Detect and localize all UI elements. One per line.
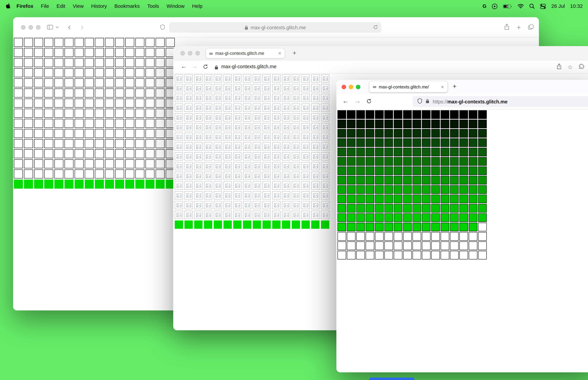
minimize-window-button[interactable] — [349, 85, 353, 89]
menu-tools[interactable]: Tools — [143, 3, 163, 9]
back-button[interactable]: ← — [342, 97, 349, 105]
spotlight-search-icon[interactable] — [529, 3, 535, 9]
apple-menu-icon[interactable] — [5, 2, 11, 10]
share-icon[interactable] — [556, 63, 562, 71]
broken-image-icon — [245, 203, 250, 207]
tab-overview-icon[interactable] — [528, 24, 533, 31]
control-center-icon[interactable] — [540, 3, 546, 9]
webgl-canvas-cell — [224, 143, 232, 151]
webgl-canvas-cell — [338, 185, 346, 194]
webgl-canvas-cell — [366, 120, 374, 128]
webgl-canvas-cell — [194, 74, 203, 82]
share-icon[interactable] — [504, 24, 510, 32]
webgl-canvas-cell — [384, 185, 393, 194]
menu-bookmarks[interactable]: Bookmarks — [111, 3, 143, 9]
menu-bar-time[interactable]: 10:32 — [570, 3, 583, 9]
webgl-canvas-cell — [253, 133, 261, 141]
broken-image-icon — [313, 203, 318, 207]
webgl-canvas-cell — [253, 211, 261, 219]
minimize-window-button[interactable] — [29, 25, 33, 30]
sidebar-toggle-button[interactable] — [47, 25, 59, 30]
extensions-puzzle-icon[interactable] — [579, 64, 584, 71]
chevron-down-icon — [56, 26, 59, 28]
webgl-canvas-cell — [292, 74, 300, 82]
address-bar[interactable]: https://max-gl-contexts.glitch.me — [413, 96, 588, 107]
back-button[interactable]: ‹ — [68, 22, 71, 32]
wifi-icon[interactable] — [518, 4, 524, 9]
browser-tab[interactable]: ∞ max-gl-contexts.glitch.me × — [206, 48, 285, 58]
menu-history[interactable]: History — [87, 3, 111, 9]
webgl-canvas-cell — [311, 220, 319, 228]
new-tab-button[interactable]: + — [292, 49, 296, 57]
close-window-button[interactable] — [342, 85, 346, 89]
tracking-shield-icon[interactable] — [417, 98, 422, 105]
menu-window[interactable]: Window — [163, 3, 188, 9]
webgl-canvas-cell — [282, 143, 290, 151]
zoom-window-button[interactable] — [36, 25, 40, 30]
webgl-canvas-cell — [366, 213, 374, 222]
webgl-canvas-cell — [105, 149, 114, 158]
close-tab-icon[interactable]: × — [278, 51, 281, 56]
webgl-canvas-cell — [450, 241, 459, 250]
battery-icon[interactable] — [503, 4, 512, 8]
address-bar[interactable]: max-gl-contexts.glitch.me — [169, 22, 381, 33]
webgl-canvas-cell — [14, 99, 23, 108]
minimize-window-button[interactable] — [188, 51, 192, 56]
forward-button[interactable]: → — [354, 97, 361, 105]
new-tab-button[interactable]: + — [453, 82, 456, 90]
webgl-canvas-cell — [384, 148, 393, 156]
webgl-canvas-cell — [302, 84, 310, 92]
bookmark-star-icon[interactable]: ☆ — [568, 64, 573, 70]
webgl-canvas-cell — [156, 159, 165, 168]
webgl-canvas-cell — [375, 223, 384, 231]
webgl-canvas-cell — [469, 232, 477, 241]
forward-button[interactable]: › — [81, 22, 84, 32]
browser-tab[interactable]: ∞ max-gl-contexts.glitch.me/ × — [369, 81, 447, 92]
webgl-canvas-cell — [64, 78, 74, 87]
webgl-canvas-cell — [115, 99, 124, 108]
webgl-canvas-cell — [450, 138, 459, 147]
webgl-canvas-cell — [146, 159, 154, 168]
webgl-canvas-cell — [243, 94, 251, 102]
webgl-canvas-cell — [292, 123, 300, 131]
close-tab-icon[interactable]: × — [441, 84, 444, 90]
now-playing-icon[interactable] — [492, 3, 498, 9]
webgl-canvas-cell — [34, 159, 43, 168]
background-window-edge[interactable] — [369, 378, 414, 380]
webgl-canvas-cell — [75, 170, 84, 178]
webgl-canvas-cell — [115, 48, 124, 57]
close-window-button[interactable] — [180, 51, 185, 56]
back-button[interactable]: ← — [181, 63, 187, 70]
new-tab-button[interactable]: + — [517, 24, 521, 31]
reload-button[interactable] — [366, 99, 372, 105]
webgl-canvas-cell — [175, 172, 183, 180]
active-app-name[interactable]: Firefox — [13, 3, 37, 9]
broken-image-icon — [235, 184, 240, 188]
menu-bar-date[interactable]: 26 Jul — [551, 3, 565, 9]
webgl-canvas-cell — [135, 139, 144, 148]
broken-image-icon — [225, 193, 230, 197]
menu-edit[interactable]: Edit — [53, 3, 69, 9]
reload-icon[interactable] — [373, 25, 378, 31]
close-window-button[interactable] — [21, 25, 25, 30]
webgl-canvas-cell — [95, 48, 104, 57]
webgl-canvas-cell — [292, 103, 300, 112]
forward-button[interactable]: → — [191, 63, 198, 70]
webgl-canvas-cell — [224, 133, 232, 141]
webgl-canvas-cell — [459, 232, 468, 241]
address-bar-url[interactable]: max-gl-contexts.glitch.me — [221, 64, 276, 69]
webgl-canvas-cell — [302, 201, 310, 209]
menu-file[interactable]: File — [37, 3, 53, 9]
webgl-canvas-cell — [204, 143, 212, 151]
zoom-window-button[interactable] — [195, 51, 200, 56]
zoom-window-button[interactable] — [356, 85, 360, 89]
lock-icon[interactable] — [426, 99, 429, 105]
webgl-canvas-cell — [184, 94, 193, 102]
menu-view[interactable]: View — [69, 3, 87, 9]
reload-button[interactable] — [203, 64, 208, 71]
privacy-shield-icon[interactable] — [160, 24, 165, 32]
menu-help[interactable]: Help — [188, 3, 206, 9]
broken-image-icon — [235, 135, 240, 139]
webgl-canvas-cell — [263, 162, 271, 170]
grammarly-icon[interactable]: G — [482, 3, 486, 9]
